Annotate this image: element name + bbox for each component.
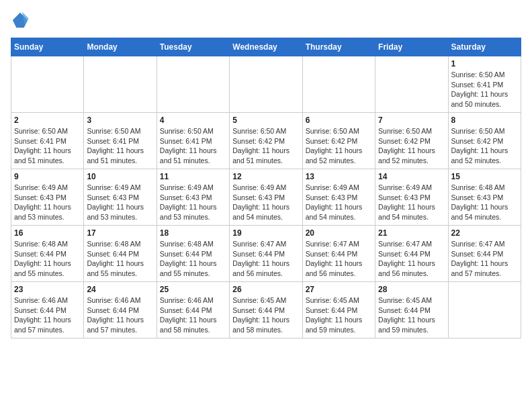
calendar-cell: 26 Sunrise: 6:45 AMSunset: 6:44 PMDaylig… bbox=[230, 282, 302, 338]
day-number: 26 bbox=[232, 285, 299, 294]
day-number: 5 bbox=[232, 116, 299, 125]
calendar-cell: 8 Sunrise: 6:50 AMSunset: 6:42 PMDayligh… bbox=[448, 113, 521, 169]
col-header-sunday: Sunday bbox=[11, 38, 84, 56]
day-cell-25: 25 Sunrise: 6:46 AMSunset: 6:44 PMDaylig… bbox=[160, 285, 226, 335]
day-number: 10 bbox=[87, 172, 153, 181]
calendar-cell: 11 Sunrise: 6:49 AMSunset: 6:43 PMDaylig… bbox=[157, 169, 229, 226]
calendar-cell bbox=[11, 56, 84, 113]
day-number: 18 bbox=[160, 228, 226, 238]
calendar-cell: 7 Sunrise: 6:50 AMSunset: 6:42 PMDayligh… bbox=[375, 113, 448, 169]
header bbox=[11, 11, 521, 30]
day-cell-6: 6 Sunrise: 6:50 AMSunset: 6:42 PMDayligh… bbox=[306, 116, 372, 166]
day-detail: Sunrise: 6:48 AMSunset: 6:44 PMDaylight:… bbox=[14, 239, 81, 279]
calendar-cell: 17 Sunrise: 6:48 AMSunset: 6:44 PMDaylig… bbox=[84, 226, 157, 282]
day-number: 1 bbox=[451, 59, 518, 68]
col-header-saturday: Saturday bbox=[448, 38, 521, 56]
day-cell-15: 15 Sunrise: 6:48 AMSunset: 6:43 PMDaylig… bbox=[451, 172, 518, 222]
day-number: 22 bbox=[451, 228, 518, 238]
day-cell-22: 22 Sunrise: 6:47 AMSunset: 6:44 PMDaylig… bbox=[451, 228, 518, 279]
col-header-friday: Friday bbox=[375, 38, 448, 56]
day-cell-27: 27 Sunrise: 6:45 AMSunset: 6:44 PMDaylig… bbox=[306, 285, 372, 335]
day-detail: Sunrise: 6:50 AMSunset: 6:41 PMDaylight:… bbox=[87, 126, 153, 166]
day-cell-13: 13 Sunrise: 6:49 AMSunset: 6:43 PMDaylig… bbox=[306, 172, 372, 222]
day-cell-1: 1 Sunrise: 6:50 AMSunset: 6:41 PMDayligh… bbox=[451, 59, 518, 109]
day-number: 15 bbox=[451, 172, 518, 181]
day-cell-11: 11 Sunrise: 6:49 AMSunset: 6:43 PMDaylig… bbox=[160, 172, 226, 222]
calendar-cell: 4 Sunrise: 6:50 AMSunset: 6:41 PMDayligh… bbox=[157, 113, 229, 169]
day-detail: Sunrise: 6:49 AMSunset: 6:43 PMDaylight:… bbox=[87, 183, 153, 222]
day-detail: Sunrise: 6:50 AMSunset: 6:42 PMDaylight:… bbox=[232, 126, 299, 166]
col-header-monday: Monday bbox=[84, 38, 157, 56]
calendar-cell bbox=[84, 56, 157, 113]
day-number: 2 bbox=[14, 116, 81, 125]
calendar-cell: 3 Sunrise: 6:50 AMSunset: 6:41 PMDayligh… bbox=[84, 113, 157, 169]
calendar-cell: 25 Sunrise: 6:46 AMSunset: 6:44 PMDaylig… bbox=[157, 282, 229, 338]
logo bbox=[11, 11, 32, 30]
day-detail: Sunrise: 6:47 AMSunset: 6:44 PMDaylight:… bbox=[378, 239, 445, 279]
day-detail: Sunrise: 6:50 AMSunset: 6:42 PMDaylight:… bbox=[451, 126, 518, 166]
day-detail: Sunrise: 6:50 AMSunset: 6:42 PMDaylight:… bbox=[378, 126, 445, 166]
day-cell-3: 3 Sunrise: 6:50 AMSunset: 6:41 PMDayligh… bbox=[87, 116, 153, 166]
day-cell-20: 20 Sunrise: 6:47 AMSunset: 6:44 PMDaylig… bbox=[306, 228, 372, 279]
calendar-cell: 24 Sunrise: 6:46 AMSunset: 6:44 PMDaylig… bbox=[84, 282, 157, 338]
day-number: 7 bbox=[378, 116, 445, 125]
day-detail: Sunrise: 6:50 AMSunset: 6:41 PMDaylight:… bbox=[451, 70, 518, 109]
logo-icon bbox=[11, 11, 30, 30]
day-cell-12: 12 Sunrise: 6:49 AMSunset: 6:43 PMDaylig… bbox=[232, 172, 299, 222]
day-number: 4 bbox=[160, 116, 226, 125]
day-cell-10: 10 Sunrise: 6:49 AMSunset: 6:43 PMDaylig… bbox=[87, 172, 153, 222]
day-cell-14: 14 Sunrise: 6:49 AMSunset: 6:43 PMDaylig… bbox=[378, 172, 445, 222]
day-number: 21 bbox=[378, 228, 445, 238]
day-number: 12 bbox=[232, 172, 299, 181]
day-number: 19 bbox=[232, 228, 299, 238]
day-detail: Sunrise: 6:49 AMSunset: 6:43 PMDaylight:… bbox=[14, 183, 81, 222]
calendar-table: SundayMondayTuesdayWednesdayThursdayFrid… bbox=[11, 38, 521, 338]
day-number: 27 bbox=[306, 285, 372, 294]
day-detail: Sunrise: 6:48 AMSunset: 6:44 PMDaylight:… bbox=[160, 239, 226, 279]
day-detail: Sunrise: 6:49 AMSunset: 6:43 PMDaylight:… bbox=[160, 183, 226, 222]
day-detail: Sunrise: 6:49 AMSunset: 6:43 PMDaylight:… bbox=[306, 183, 372, 222]
calendar-cell: 14 Sunrise: 6:49 AMSunset: 6:43 PMDaylig… bbox=[375, 169, 448, 226]
day-detail: Sunrise: 6:48 AMSunset: 6:44 PMDaylight:… bbox=[87, 239, 153, 279]
calendar-cell: 9 Sunrise: 6:49 AMSunset: 6:43 PMDayligh… bbox=[11, 169, 84, 226]
day-number: 17 bbox=[87, 228, 153, 238]
day-cell-26: 26 Sunrise: 6:45 AMSunset: 6:44 PMDaylig… bbox=[232, 285, 299, 335]
day-detail: Sunrise: 6:47 AMSunset: 6:44 PMDaylight:… bbox=[306, 239, 372, 279]
day-detail: Sunrise: 6:50 AMSunset: 6:42 PMDaylight:… bbox=[306, 126, 372, 166]
calendar-header-row: SundayMondayTuesdayWednesdayThursdayFrid… bbox=[11, 38, 521, 56]
day-cell-16: 16 Sunrise: 6:48 AMSunset: 6:44 PMDaylig… bbox=[14, 228, 81, 279]
day-number: 23 bbox=[14, 285, 81, 294]
calendar-week-row: 1 Sunrise: 6:50 AMSunset: 6:41 PMDayligh… bbox=[11, 56, 521, 113]
day-detail: Sunrise: 6:45 AMSunset: 6:44 PMDaylight:… bbox=[378, 295, 445, 335]
calendar-cell bbox=[448, 282, 521, 338]
calendar-cell: 22 Sunrise: 6:47 AMSunset: 6:44 PMDaylig… bbox=[448, 226, 521, 282]
day-number: 3 bbox=[87, 116, 153, 125]
day-detail: Sunrise: 6:49 AMSunset: 6:43 PMDaylight:… bbox=[232, 183, 299, 222]
day-cell-9: 9 Sunrise: 6:49 AMSunset: 6:43 PMDayligh… bbox=[14, 172, 81, 222]
day-cell-21: 21 Sunrise: 6:47 AMSunset: 6:44 PMDaylig… bbox=[378, 228, 445, 279]
calendar-cell: 28 Sunrise: 6:45 AMSunset: 6:44 PMDaylig… bbox=[375, 282, 448, 338]
calendar-week-row: 16 Sunrise: 6:48 AMSunset: 6:44 PMDaylig… bbox=[11, 226, 521, 282]
day-cell-17: 17 Sunrise: 6:48 AMSunset: 6:44 PMDaylig… bbox=[87, 228, 153, 279]
day-number: 25 bbox=[160, 285, 226, 294]
calendar-cell: 23 Sunrise: 6:46 AMSunset: 6:44 PMDaylig… bbox=[11, 282, 84, 338]
calendar-cell bbox=[157, 56, 229, 113]
calendar-cell bbox=[302, 56, 375, 113]
calendar-cell: 27 Sunrise: 6:45 AMSunset: 6:44 PMDaylig… bbox=[302, 282, 375, 338]
day-cell-28: 28 Sunrise: 6:45 AMSunset: 6:44 PMDaylig… bbox=[378, 285, 445, 335]
calendar-week-row: 9 Sunrise: 6:49 AMSunset: 6:43 PMDayligh… bbox=[11, 169, 521, 226]
calendar-cell: 18 Sunrise: 6:48 AMSunset: 6:44 PMDaylig… bbox=[157, 226, 229, 282]
day-number: 11 bbox=[160, 172, 226, 181]
calendar-cell: 16 Sunrise: 6:48 AMSunset: 6:44 PMDaylig… bbox=[11, 226, 84, 282]
day-number: 20 bbox=[306, 228, 372, 238]
day-detail: Sunrise: 6:50 AMSunset: 6:41 PMDaylight:… bbox=[14, 126, 81, 166]
col-header-thursday: Thursday bbox=[302, 38, 375, 56]
day-cell-24: 24 Sunrise: 6:46 AMSunset: 6:44 PMDaylig… bbox=[87, 285, 153, 335]
day-number: 14 bbox=[378, 172, 445, 181]
calendar-cell: 21 Sunrise: 6:47 AMSunset: 6:44 PMDaylig… bbox=[375, 226, 448, 282]
calendar-cell: 15 Sunrise: 6:48 AMSunset: 6:43 PMDaylig… bbox=[448, 169, 521, 226]
day-number: 28 bbox=[378, 285, 445, 294]
day-detail: Sunrise: 6:48 AMSunset: 6:43 PMDaylight:… bbox=[451, 183, 518, 222]
day-cell-8: 8 Sunrise: 6:50 AMSunset: 6:42 PMDayligh… bbox=[451, 116, 518, 166]
day-cell-7: 7 Sunrise: 6:50 AMSunset: 6:42 PMDayligh… bbox=[378, 116, 445, 166]
